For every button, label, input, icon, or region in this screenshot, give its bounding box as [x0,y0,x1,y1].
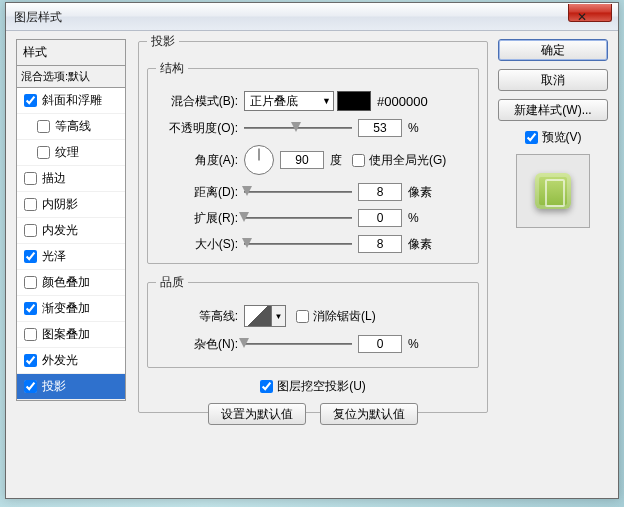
preview-box [516,154,590,228]
cancel-button[interactable]: 取消 [498,69,608,91]
contour-dropdown[interactable]: ▼ [272,305,286,327]
style-item-label: 纹理 [55,144,79,161]
style-item-label: 图案叠加 [42,326,90,343]
contour-label: 等高线: [156,308,238,325]
style-item-checkbox[interactable] [24,302,37,315]
spread-slider[interactable] [244,211,352,225]
distance-label: 距离(D): [156,184,238,201]
opacity-label: 不透明度(O): [156,120,238,137]
style-item-checkbox[interactable] [24,198,37,211]
set-default-button[interactable]: 设置为默认值 [208,403,306,425]
angle-input[interactable] [280,151,324,169]
styles-panel: 样式 混合选项:默认 斜面和浮雕等高线纹理描边内阴影内发光光泽颜色叠加渐变叠加图… [16,39,126,401]
titlebar[interactable]: 图层样式 ✕ [6,3,618,31]
style-item-4[interactable]: 内阴影 [17,192,125,218]
style-item-checkbox[interactable] [37,146,50,159]
styles-list: 斜面和浮雕等高线纹理描边内阴影内发光光泽颜色叠加渐变叠加图案叠加外发光投影 [16,88,126,401]
style-item-label: 描边 [42,170,66,187]
noise-unit: % [408,337,419,351]
preview-icon [535,173,571,209]
antialias-checkbox[interactable]: 消除锯齿(L) [296,308,376,325]
style-item-9[interactable]: 图案叠加 [17,322,125,348]
knockout-checkbox[interactable]: 图层挖空投影(U) [260,378,366,395]
main-group: 投影 结构 混合模式(B): 正片叠底 ▼ #000000 不透明度(O): [138,33,488,413]
blend-mode-value: 正片叠底 [250,93,298,110]
structure-title: 结构 [156,60,188,77]
spread-input[interactable] [358,209,402,227]
style-item-10[interactable]: 外发光 [17,348,125,374]
style-item-label: 投影 [42,378,66,395]
style-item-5[interactable]: 内发光 [17,218,125,244]
style-item-checkbox[interactable] [24,172,37,185]
opacity-input[interactable] [358,119,402,137]
style-item-checkbox[interactable] [24,354,37,367]
opacity-unit: % [408,121,419,135]
style-item-1[interactable]: 等高线 [17,114,125,140]
spread-unit: % [408,211,419,225]
quality-title: 品质 [156,274,188,291]
blend-options-default[interactable]: 混合选项:默认 [16,65,126,88]
global-light-checkbox[interactable]: 使用全局光(G) [352,152,446,169]
style-item-7[interactable]: 颜色叠加 [17,270,125,296]
close-icon: ✕ [577,10,587,25]
opacity-slider[interactable] [244,121,352,135]
size-slider[interactable] [244,237,352,251]
chevron-down-icon: ▼ [322,96,331,106]
style-item-11[interactable]: 投影 [17,374,125,400]
style-item-label: 颜色叠加 [42,274,90,291]
size-unit: 像素 [408,236,432,253]
style-item-label: 渐变叠加 [42,300,90,317]
layer-style-dialog: 图层样式 ✕ 样式 混合选项:默认 斜面和浮雕等高线纹理描边内阴影内发光光泽颜色… [5,2,619,499]
style-item-label: 等高线 [55,118,91,135]
size-input[interactable] [358,235,402,253]
new-style-button[interactable]: 新建样式(W)... [498,99,608,121]
noise-label: 杂色(N): [156,336,238,353]
style-item-8[interactable]: 渐变叠加 [17,296,125,322]
dialog-title: 图层样式 [14,9,62,26]
reset-default-button[interactable]: 复位为默认值 [320,403,418,425]
style-item-checkbox[interactable] [24,224,37,237]
style-item-label: 光泽 [42,248,66,265]
structure-group: 结构 混合模式(B): 正片叠底 ▼ #000000 不透明度(O): % [147,60,479,264]
style-item-label: 内发光 [42,222,78,239]
noise-input[interactable] [358,335,402,353]
spread-label: 扩展(R): [156,210,238,227]
style-item-label: 斜面和浮雕 [42,92,102,109]
preview-checkbox[interactable]: 预览(V) [498,129,608,146]
style-item-label: 外发光 [42,352,78,369]
right-column: 确定 取消 新建样式(W)... 预览(V) [498,39,608,228]
contour-swatch[interactable] [244,305,272,327]
size-label: 大小(S): [156,236,238,253]
angle-unit: 度 [330,152,342,169]
shadow-color-swatch[interactable] [337,91,371,111]
styles-header[interactable]: 样式 [16,39,126,65]
main-title: 投影 [147,33,179,50]
style-item-checkbox[interactable] [24,250,37,263]
style-item-checkbox[interactable] [24,380,37,393]
style-item-label: 内阴影 [42,196,78,213]
shadow-color-hex: #000000 [377,94,428,109]
style-item-0[interactable]: 斜面和浮雕 [17,88,125,114]
blend-mode-combo[interactable]: 正片叠底 ▼ [244,91,334,111]
quality-group: 品质 等高线: ▼ 消除锯齿(L) 杂色(N): % [147,274,479,368]
distance-slider[interactable] [244,185,352,199]
style-item-6[interactable]: 光泽 [17,244,125,270]
style-item-checkbox[interactable] [24,94,37,107]
close-button[interactable]: ✕ [568,4,612,22]
blend-mode-label: 混合模式(B): [156,93,238,110]
style-item-checkbox[interactable] [37,120,50,133]
style-item-3[interactable]: 描边 [17,166,125,192]
style-item-checkbox[interactable] [24,276,37,289]
noise-slider[interactable] [244,337,352,351]
angle-label: 角度(A): [156,152,238,169]
distance-unit: 像素 [408,184,432,201]
angle-dial[interactable] [244,145,274,175]
style-item-2[interactable]: 纹理 [17,140,125,166]
distance-input[interactable] [358,183,402,201]
style-item-checkbox[interactable] [24,328,37,341]
ok-button[interactable]: 确定 [498,39,608,61]
